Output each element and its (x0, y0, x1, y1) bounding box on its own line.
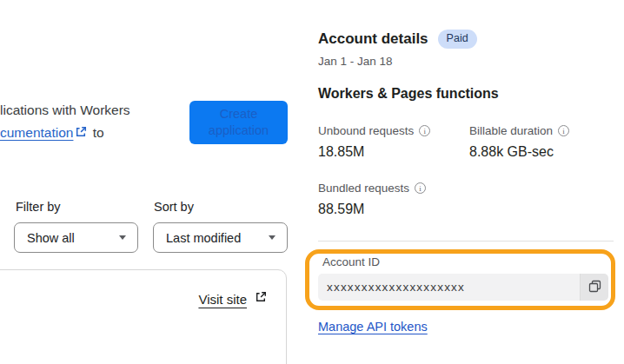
filter-select[interactable]: Show all (14, 222, 138, 253)
metric-label-row: Unbound requests i (318, 124, 430, 137)
create-application-button[interactable]: Create application (189, 101, 288, 144)
external-link-icon (75, 122, 87, 145)
documentation-link[interactable]: cumentation (0, 125, 73, 140)
account-details-panel: Account details Paid Jan 1 - Jan 18 Work… (318, 0, 614, 364)
manage-api-tokens-link[interactable]: Manage API tokens (318, 320, 428, 334)
functions-section-title: Workers & Pages functions (318, 86, 499, 102)
filter-by-label: Filter by (16, 200, 61, 214)
intro-line-2: cumentation to (0, 122, 130, 145)
metric-value: 88.59M (318, 202, 426, 217)
info-icon[interactable]: i (415, 182, 426, 194)
account-details-header: Account details Paid (318, 30, 477, 49)
visit-site-link[interactable]: Visit site (198, 292, 247, 307)
sort-select-value: Last modified (166, 231, 241, 245)
account-id-field-group (318, 274, 608, 301)
info-icon[interactable]: i (419, 125, 430, 136)
filter-select-value: Show all (27, 231, 75, 245)
external-link-icon (255, 291, 267, 307)
intro-text: lications with Workers cumentation to (0, 99, 130, 145)
metric-unbound-requests: Unbound requests i 18.85M (318, 124, 430, 160)
metric-label: Bundled requests (318, 182, 409, 195)
chevron-down-icon (119, 235, 126, 240)
copy-button[interactable] (580, 274, 608, 301)
metric-label: Billable duration (469, 124, 553, 137)
metric-label-row: Bundled requests i (318, 182, 426, 195)
divider (318, 241, 614, 242)
info-icon[interactable]: i (558, 125, 569, 136)
account-id-input[interactable] (318, 274, 580, 301)
intro-line-1: lications with Workers (0, 99, 130, 122)
visit-site-row: Visit site (0, 270, 286, 307)
chevron-down-icon (269, 235, 275, 240)
sort-by-label: Sort by (154, 200, 194, 214)
metric-label: Unbound requests (318, 124, 414, 137)
metric-value: 18.85M (318, 144, 430, 160)
metric-bundled-requests: Bundled requests i 88.59M (318, 182, 426, 217)
account-details-title: Account details (318, 30, 428, 48)
paid-badge: Paid (438, 30, 477, 49)
copy-icon (588, 280, 601, 295)
sort-select[interactable]: Last modified (153, 222, 288, 253)
intro-line-1-text: lications with Workers (0, 103, 130, 117)
metric-label-row: Billable duration i (469, 124, 569, 137)
create-application-label: Create application (196, 106, 281, 139)
metric-billable-duration: Billable duration i 8.88k GB-sec (469, 124, 569, 160)
account-id-label: Account ID (322, 255, 380, 268)
metric-value: 8.88k GB-sec (469, 144, 569, 160)
intro-tail-text: to (93, 125, 104, 140)
project-card: Visit site (0, 269, 287, 364)
date-range: Jan 1 - Jan 18 (318, 55, 393, 68)
